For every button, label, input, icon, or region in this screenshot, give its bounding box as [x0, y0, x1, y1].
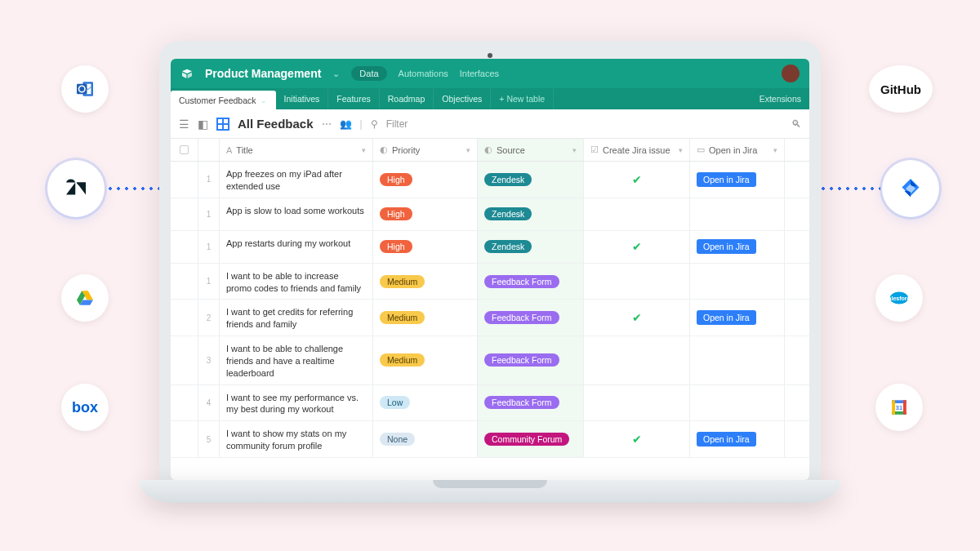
nav-data[interactable]: Data [351, 66, 386, 81]
cell-title[interactable]: I want to show my stats on my community … [220, 421, 373, 457]
integration-github[interactable]: GitHub [869, 65, 933, 113]
header-open-jira[interactable]: ▭Open in Jira▾ [690, 139, 785, 161]
cell-create-jira[interactable]: ✔ [584, 162, 690, 198]
views-menu-icon[interactable]: ☰ [179, 118, 189, 131]
workspace-chevron-icon[interactable]: ⌄ [332, 69, 340, 79]
chevron-down-icon[interactable]: ▾ [572, 146, 577, 154]
view-name[interactable]: All Feedback [238, 117, 314, 131]
open-in-jira-button[interactable]: Open in Jira [697, 239, 756, 254]
user-avatar[interactable] [782, 64, 800, 82]
view-more-icon[interactable]: ⋯ [322, 118, 332, 130]
cell-priority[interactable]: None [373, 421, 478, 457]
cell-priority[interactable]: Medium [373, 336, 478, 384]
table-row[interactable]: 2 I want to get credits for referring fr… [171, 300, 809, 336]
cell-source[interactable]: Zendesk [478, 231, 584, 263]
integration-box[interactable]: box [61, 384, 109, 431]
workspace-title[interactable]: Product Management [205, 67, 321, 80]
cell-source[interactable]: Feedback Form [478, 336, 584, 384]
cell-open-jira[interactable]: Open in Jira [690, 300, 785, 335]
row-checkbox[interactable] [171, 198, 198, 230]
integration-zendesk[interactable] [47, 160, 105, 217]
cell-create-jira[interactable]: ✔ [584, 421, 690, 457]
row-checkbox[interactable] [171, 336, 198, 384]
filter-icon[interactable]: ⚲ [371, 118, 378, 130]
header-priority[interactable]: ◐Priority▾ [373, 139, 478, 161]
integration-outlook[interactable] [61, 65, 109, 113]
cell-title[interactable]: App is slow to load some workouts [220, 198, 373, 230]
cell-open-jira[interactable] [690, 198, 785, 230]
cell-source[interactable]: Zendesk [478, 162, 584, 198]
header-create-jira[interactable]: ☑Create Jira issue▾ [584, 139, 690, 161]
table-row[interactable]: 1 App is slow to load some workouts High… [171, 198, 809, 231]
cell-priority[interactable]: High [373, 231, 478, 263]
row-checkbox[interactable] [171, 421, 198, 457]
cell-source[interactable]: Zendesk [478, 198, 584, 230]
cell-priority[interactable]: Medium [373, 300, 478, 335]
table-row[interactable]: 1 I want to be able to increase promo co… [171, 264, 809, 300]
integration-jira[interactable] [882, 160, 939, 217]
cell-create-jira[interactable] [584, 336, 690, 384]
row-checkbox[interactable] [171, 300, 198, 335]
chevron-down-icon[interactable]: ▾ [679, 146, 683, 154]
header-source[interactable]: ◐Source▾ [478, 139, 584, 161]
cell-open-jira[interactable] [690, 264, 785, 300]
tab-initiatives[interactable]: Initiatives [276, 88, 329, 109]
cell-open-jira[interactable]: Open in Jira [690, 162, 785, 198]
cell-open-jira[interactable]: Open in Jira [690, 231, 785, 263]
row-checkbox[interactable] [171, 264, 198, 300]
search-icon[interactable]: 🔍︎ [791, 118, 801, 130]
cell-source[interactable]: Feedback Form [478, 300, 584, 335]
cell-title[interactable]: I want to be able to challenge friends a… [220, 336, 373, 384]
tab-new-table[interactable]: + New table [491, 88, 554, 109]
tab-objectives[interactable]: Objectives [434, 88, 491, 109]
cell-open-jira[interactable] [690, 385, 785, 421]
cell-create-jira[interactable] [584, 385, 690, 421]
chevron-down-icon[interactable]: ▾ [362, 146, 366, 154]
header-title[interactable]: ATitle▾ [220, 139, 373, 161]
nav-interfaces[interactable]: Interfaces [460, 69, 499, 78]
table-row[interactable]: 5 I want to show my stats on my communit… [171, 421, 809, 458]
cell-create-jira[interactable]: ✔ [584, 231, 690, 263]
cell-title[interactable]: App restarts during my workout [220, 231, 373, 263]
extensions-link[interactable]: Extensions [751, 88, 809, 109]
chevron-down-icon[interactable]: ▾ [773, 146, 777, 154]
cell-title[interactable]: App freezes on my iPad after extended us… [220, 162, 373, 198]
chevron-down-icon[interactable]: ⌄ [261, 96, 267, 104]
cell-open-jira[interactable]: Open in Jira [690, 421, 785, 457]
integration-gcal[interactable]: 31 [875, 384, 923, 431]
cell-priority[interactable]: Medium [373, 264, 478, 300]
cell-priority[interactable]: Low [373, 385, 478, 421]
cell-source[interactable]: Feedback Form [478, 385, 584, 421]
cell-priority[interactable]: High [373, 198, 478, 230]
cell-open-jira[interactable] [690, 336, 785, 384]
open-in-jira-button[interactable]: Open in Jira [697, 432, 756, 447]
tab-roadmap[interactable]: Roadmap [380, 88, 434, 109]
open-in-jira-button[interactable]: Open in Jira [697, 172, 756, 187]
cell-source[interactable]: Community Forum [478, 421, 584, 457]
table-row[interactable]: 3 I want to be able to challenge friends… [171, 336, 809, 385]
open-in-jira-button[interactable]: Open in Jira [697, 310, 756, 325]
cell-create-jira[interactable] [584, 264, 690, 300]
row-checkbox[interactable] [171, 231, 198, 263]
row-checkbox[interactable] [171, 385, 198, 421]
table-row[interactable]: 1 App restarts during my workout High Ze… [171, 231, 809, 264]
cell-create-jira[interactable]: ✔ [584, 300, 690, 335]
cell-priority[interactable]: High [373, 162, 478, 198]
cell-title[interactable]: I want to get credits for referring frie… [220, 300, 373, 335]
cell-title[interactable]: I want to see my performance vs. my best… [220, 385, 373, 421]
tab-customer-feedback[interactable]: Customer Feedback ⌄ [171, 91, 276, 109]
row-checkbox[interactable] [171, 162, 198, 198]
nav-automations[interactable]: Automations [399, 69, 448, 78]
filter-label[interactable]: Filter [386, 118, 408, 130]
chevron-down-icon[interactable]: ▾ [466, 146, 470, 154]
table-row[interactable]: 1 App freezes on my iPad after extended … [171, 162, 809, 198]
integration-googledrive[interactable] [61, 274, 109, 322]
cell-title[interactable]: I want to be able to increase promo code… [220, 264, 373, 300]
cell-source[interactable]: Feedback Form [478, 264, 584, 300]
tab-features[interactable]: Features [328, 88, 379, 109]
sidebar-toggle-icon[interactable]: ◧ [198, 118, 208, 131]
share-icon[interactable]: 👥 [340, 118, 352, 130]
header-checkbox[interactable] [171, 139, 198, 161]
integration-salesforce[interactable]: salesforce [875, 274, 923, 322]
cell-create-jira[interactable] [584, 198, 690, 230]
